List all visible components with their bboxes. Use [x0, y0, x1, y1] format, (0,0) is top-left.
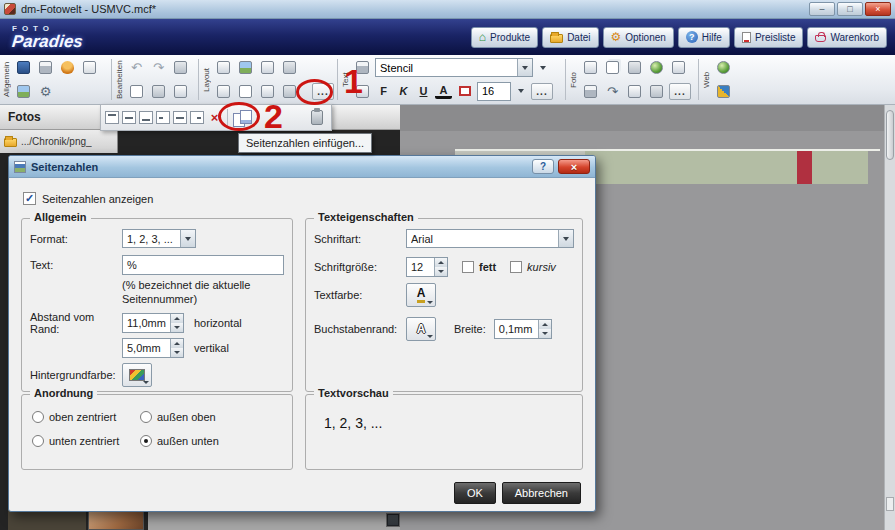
foto-grid-icon[interactable]: [625, 82, 644, 101]
print-icon[interactable]: [36, 58, 55, 77]
layout-grid-icon[interactable]: [214, 58, 233, 77]
text-color-button[interactable]: A: [435, 83, 452, 99]
cancel-button[interactable]: Abbrechen: [502, 482, 581, 504]
chevron-down-icon[interactable]: [558, 230, 573, 247]
chevron-down-icon[interactable]: [180, 230, 195, 247]
radio-icon[interactable]: [140, 411, 152, 423]
settings-icon[interactable]: ⚙: [36, 82, 55, 101]
scrollbar-thumb[interactable]: [886, 110, 894, 160]
align-top-icon[interactable]: [105, 111, 119, 124]
vertical-margin-spinner[interactable]: 5,0mm: [122, 338, 184, 358]
bold-checkbox[interactable]: [462, 261, 474, 273]
nav-preisliste-button[interactable]: Preisliste: [734, 27, 804, 48]
foto-transfer-icon[interactable]: [603, 58, 622, 77]
redo-icon[interactable]: ↷: [149, 58, 168, 77]
radio-icon[interactable]: [32, 411, 44, 423]
copy-icon[interactable]: [127, 82, 146, 101]
dialog-help-button[interactable]: ?: [532, 159, 554, 174]
paste-icon[interactable]: [149, 82, 168, 101]
outline-color-button[interactable]: [455, 82, 474, 101]
radio-oben-zentriert[interactable]: oben zentriert: [32, 411, 116, 423]
foto-table-icon[interactable]: [647, 82, 666, 101]
foto-globe-icon[interactable]: [647, 58, 666, 77]
border-width-spinner[interactable]: 0,1mm: [494, 319, 552, 339]
nav-datei-button[interactable]: Datei: [542, 27, 598, 48]
layout-spread-icon[interactable]: [236, 58, 255, 77]
font-size-dropdown[interactable]: [514, 83, 528, 100]
align-right-icon[interactable]: [190, 111, 204, 124]
spin-up-icon[interactable]: [435, 258, 447, 267]
font-family-select[interactable]: Stencil: [375, 58, 533, 77]
letter-border-color-button[interactable]: A: [406, 317, 436, 341]
align-middle-icon[interactable]: [122, 111, 136, 124]
mail-icon[interactable]: [80, 58, 99, 77]
foto-rotate-icon[interactable]: ↷: [603, 82, 622, 101]
radio-unten-zentriert[interactable]: unten zentriert: [32, 435, 119, 447]
clipboard-icon[interactable]: [311, 110, 323, 125]
foto-tools-icon[interactable]: [669, 58, 688, 77]
layout-clipboard-icon[interactable]: [280, 58, 299, 77]
dialog-font-select[interactable]: Arial: [406, 229, 574, 248]
spin-down-icon[interactable]: [435, 267, 447, 276]
text-color-button[interactable]: A: [406, 283, 436, 307]
web-globe-icon[interactable]: [714, 58, 733, 77]
spin-down-icon[interactable]: [171, 348, 183, 357]
pagenumber-text-input[interactable]: %: [122, 255, 284, 275]
dialog-close-button[interactable]: ×: [558, 159, 590, 174]
bold-button[interactable]: F: [375, 83, 392, 100]
radio-aussen-oben[interactable]: außen oben: [140, 411, 216, 423]
clipboard-icon[interactable]: [171, 58, 190, 77]
spin-up-icon[interactable]: [171, 339, 183, 348]
format-select[interactable]: 1, 2, 3, ...: [122, 229, 196, 248]
chevron-down-icon[interactable]: [517, 59, 532, 76]
thumbnail-view-button[interactable]: [386, 513, 400, 527]
save-icon[interactable]: [14, 58, 33, 77]
layout-columns-icon[interactable]: [236, 82, 255, 101]
font-size-spinner[interactable]: 12: [406, 257, 448, 277]
cut-icon[interactable]: [171, 82, 190, 101]
show-pagenumbers-checkbox[interactable]: ✓: [23, 192, 36, 205]
align-bottom-icon[interactable]: [139, 111, 153, 124]
undo-icon[interactable]: ↶: [127, 58, 146, 77]
foto-search-icon[interactable]: [625, 58, 644, 77]
layout-frame-icon[interactable]: [258, 58, 277, 77]
close-button[interactable]: ×: [865, 2, 891, 16]
layout-box-icon[interactable]: [214, 82, 233, 101]
align-left-icon[interactable]: [156, 111, 170, 124]
radio-unten-zentriert-label: unten zentriert: [49, 435, 119, 447]
ok-button[interactable]: OK: [454, 482, 496, 504]
spin-down-icon[interactable]: [171, 323, 183, 332]
nav-warenkorb-button[interactable]: Warenkorb: [807, 27, 887, 48]
radio-aussen-unten[interactable]: außen unten: [140, 435, 219, 447]
underline-button[interactable]: U: [415, 83, 432, 100]
spin-up-icon[interactable]: [539, 320, 551, 329]
italic-checkbox[interactable]: [510, 261, 522, 273]
scrollbar-button[interactable]: [886, 497, 894, 511]
web-gallery-icon[interactable]: [714, 82, 733, 101]
dialog-title-bar[interactable]: Seitenzahlen ? ×: [9, 156, 595, 178]
background-color-button[interactable]: [122, 363, 152, 387]
foto-folder-icon[interactable]: [581, 58, 600, 77]
show-pagenumbers-row[interactable]: ✓ Seitenzahlen anzeigen: [23, 192, 153, 205]
horizontal-margin-spinner[interactable]: 11,0mm: [122, 313, 184, 333]
vertical-scrollbar[interactable]: [884, 105, 895, 530]
italic-button[interactable]: K: [395, 83, 412, 100]
image-icon[interactable]: [14, 82, 33, 101]
foto-adjust-icon[interactable]: [581, 82, 600, 101]
text-more-button[interactable]: ...: [531, 83, 553, 100]
radio-selected-icon[interactable]: [140, 435, 152, 447]
spin-up-icon[interactable]: [171, 314, 183, 323]
nav-produkte-button[interactable]: ⌂ Produkte: [471, 27, 538, 48]
spin-down-icon[interactable]: [539, 329, 551, 338]
font-size-select[interactable]: 16: [477, 82, 511, 101]
nav-optionen-button[interactable]: ⚙ Optionen: [603, 27, 674, 48]
nav-hilfe-button[interactable]: ? Hilfe: [678, 27, 730, 48]
font-style-dropdown[interactable]: [536, 59, 550, 76]
radio-icon[interactable]: [32, 435, 44, 447]
maximize-button[interactable]: □: [837, 2, 863, 16]
foto-more-button[interactable]: ...: [669, 83, 691, 100]
photo-path-bar[interactable]: .../Chronik/png_: [0, 130, 118, 153]
align-center-icon[interactable]: [173, 111, 187, 124]
minimize-button[interactable]: –: [809, 2, 835, 16]
user-icon[interactable]: [58, 58, 77, 77]
